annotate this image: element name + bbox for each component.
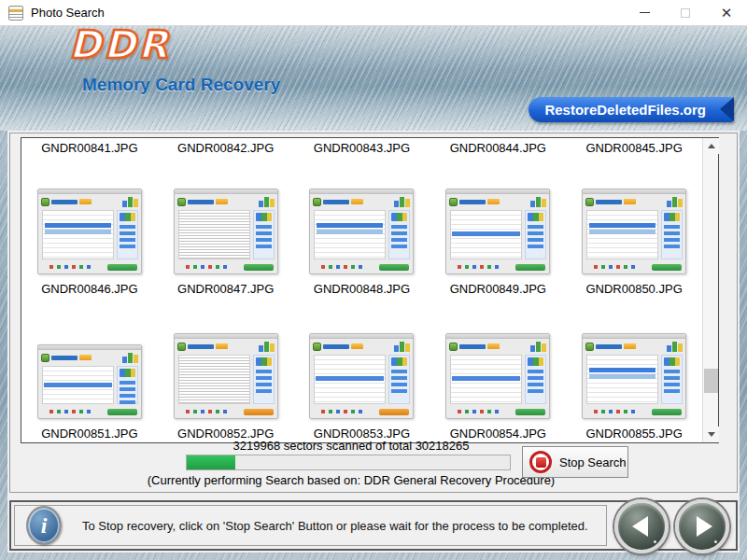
window-title: Photo Search [31,6,105,20]
thumb-logo-icon [41,354,49,362]
thumb-logo-icon [41,198,49,206]
thumbnail-row: GNDR00851.JPG GNDR00852.JPG [21,303,702,441]
thumb-brand [323,344,349,349]
arrow-left-icon [632,516,648,537]
gallery-item: GNDR00851.JPG [21,303,158,441]
thumb-sidebar [117,366,138,404]
thumb-body [450,210,522,259]
forward-button[interactable] [675,499,729,553]
thumbnail-image[interactable] [174,333,278,419]
thumb-brand [188,344,214,349]
thumb-footer [178,408,274,415]
thumb-body [178,355,250,404]
thumb-footer [42,408,137,415]
thumb-body [42,366,114,404]
thumbnail-image[interactable] [445,333,550,419]
gallery-item: GNDR00848.JPG [294,156,430,303]
chevron-down-icon [708,432,715,437]
thumb-badge [79,199,92,204]
thumbnail-image[interactable] [582,189,686,274]
thumb-sidebar [388,355,410,404]
minimize-icon [640,12,650,13]
thumbnail-image[interactable] [582,333,686,419]
photo-app-icon [8,6,23,21]
maximize-icon [681,8,690,18]
search-results-group: GNDR00841.JPG GNDR00842.JPG GNDR00843.JP… [9,133,738,493]
thumb-sidebar [661,210,683,259]
chart-icon [394,342,410,352]
thumb-footer [450,263,545,271]
chevron-up-icon [708,144,715,148]
thumb-header [446,339,549,353]
thumb-header [310,339,413,353]
ddr-logo: DDR [69,22,171,67]
file-label: GNDR00849.JPG [450,282,546,297]
scroll-up-button[interactable] [703,138,719,154]
info-icon: i [26,506,62,545]
back-button[interactable] [614,499,669,553]
chart-icon [667,342,683,352]
scrollbar-thumb[interactable] [704,369,718,393]
gallery-item: GNDR00847.JPG [158,156,294,303]
thumbnail-image[interactable] [445,189,550,274]
gallery-item: GNDR00855.JPG [566,303,702,441]
scroll-down-button[interactable] [703,427,719,442]
thumbnail-image[interactable] [37,344,142,419]
file-label: GNDR00842.JPG [177,141,274,156]
thumb-sidebar [525,355,546,404]
thumb-brand [459,344,486,349]
thumb-header [310,194,413,208]
app-header: DDR Memory Card Recovery RestoreDeletedF… [0,26,747,131]
thumb-header [175,194,277,208]
chart-icon [122,353,138,363]
file-label: GNDR00847.JPG [177,282,274,297]
progress-fill [187,455,235,469]
gallery-item: GNDR00854.JPG [430,303,566,441]
thumb-logo-icon [313,343,321,351]
file-label: GNDR00850.JPG [585,282,682,297]
thumb-sidebar [253,210,275,259]
stop-search-button[interactable]: Stop Search [522,446,628,478]
close-button[interactable]: ✕ [706,0,747,25]
thumb-badge [624,343,636,349]
info-box: i To Stop recovery, click on 'Stop Searc… [14,505,607,546]
maximize-button[interactable] [665,0,706,25]
thumb-footer [42,263,137,271]
file-label: GNDR00844.JPG [450,141,546,156]
thumb-footer [586,263,682,271]
file-label: GNDR00843.JPG [314,141,410,156]
thumbnail-image[interactable] [309,189,414,274]
thumbnail-image[interactable] [37,189,142,274]
thumb-footer [314,408,409,415]
thumb-badge [351,199,363,204]
scrollbar[interactable] [702,138,718,442]
thumb-sidebar [388,210,410,259]
thumb-logo-icon [177,343,186,351]
thumb-badge [624,199,636,204]
thumb-logo-icon [585,198,594,206]
thumb-brand [323,200,349,204]
chart-icon [667,197,683,207]
thumbnail-image[interactable] [174,189,278,274]
thumbnail-image[interactable] [309,333,414,419]
thumb-logo-icon [449,343,458,351]
thumb-brand [596,200,622,204]
thumb-badge [216,199,228,204]
thumb-footer [178,263,274,271]
gallery-item: GNDR00850.JPG [566,156,702,303]
file-label: GNDR00841.JPG [41,141,137,156]
thumb-badge [487,343,500,349]
site-badge[interactable]: RestoreDeletedFiles.org [529,97,734,122]
gallery-item: GNDR00852.JPG [158,303,294,441]
chart-icon [530,342,546,352]
close-icon: ✕ [721,6,733,20]
thumb-header [38,350,141,364]
thumb-footer [450,408,545,415]
minimize-button[interactable] [624,0,665,25]
thumb-badge [216,343,228,349]
thumb-sidebar [253,355,275,404]
gallery-item: GNDR00846.JPG [21,156,158,303]
chart-icon [530,197,546,207]
thumb-header [583,194,685,208]
thumb-body [42,210,114,259]
